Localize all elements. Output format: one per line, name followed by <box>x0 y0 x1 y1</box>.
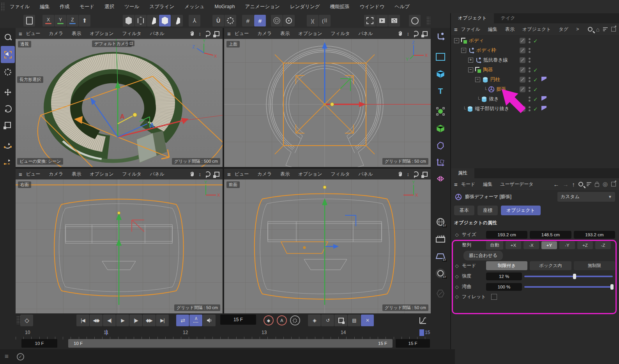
mode-limited-button[interactable]: 制限付き <box>486 261 527 270</box>
range-slider[interactable]: 10 F 15 F <box>68 339 393 348</box>
edit-enable-toggle[interactable] <box>520 38 525 44</box>
am-menu-userdata[interactable]: ユーザーデータ <box>496 181 537 188</box>
viewport-menu-icon[interactable]: ≡ <box>227 171 230 178</box>
collapse-toggle[interactable]: − <box>461 48 466 53</box>
shading-isoparm-button[interactable] <box>171 15 183 26</box>
snap-magnet-button[interactable]: Ǜ <box>212 15 224 26</box>
enable-check-icon[interactable]: ✓ <box>533 96 538 102</box>
visibility-dots[interactable] <box>529 67 531 72</box>
floor-object-button[interactable]: ST <box>432 248 449 264</box>
pan-icon[interactable] <box>398 171 403 177</box>
current-frame-field[interactable]: 15 F <box>220 315 256 325</box>
menu-spline[interactable]: スプライン <box>144 4 179 10</box>
spline-pen-linear-tool[interactable] <box>1 155 15 170</box>
workplane-lock-button[interactable]: # <box>254 15 266 26</box>
key-position-button[interactable]: ◈ <box>308 315 321 326</box>
popout-icon[interactable] <box>611 27 616 32</box>
scale-tool[interactable] <box>1 118 15 132</box>
viewport-canvas-perspective[interactable]: A A Y X Z 透視 デフォルトカメラ ⊡ 長方形選択 ビューの変換: シー… <box>16 39 223 167</box>
menu-mesh[interactable]: メッシュ <box>179 4 209 10</box>
shading-wireframe-button[interactable] <box>159 15 171 26</box>
spline-pen-smooth-tool[interactable] <box>1 139 15 153</box>
rectangle-spline-button[interactable] <box>432 49 449 65</box>
object-label[interactable]: 抜き <box>489 96 499 102</box>
track-target-icon[interactable]: ◎ <box>603 181 608 188</box>
search-icon[interactable] <box>588 27 592 32</box>
object-row-bulge[interactable]: └ 膨張 ✓ <box>451 84 619 94</box>
goto-end-button[interactable]: ▶| <box>156 315 169 326</box>
edit-enable-toggle[interactable] <box>520 47 525 53</box>
shading-hiddenline-button[interactable] <box>147 15 159 26</box>
keyframe-diamond-icon[interactable]: ◇ <box>454 274 460 279</box>
object-label-selected[interactable]: 膨張 <box>497 86 506 93</box>
menu-file[interactable]: ファイル <box>5 4 35 10</box>
spline-pen-button[interactable] <box>432 29 449 44</box>
up-icon[interactable]: ↑ <box>572 181 575 188</box>
menu-animation[interactable]: アニメーション <box>240 4 285 10</box>
am-menu-mode[interactable]: モード <box>457 181 479 188</box>
curvature-field[interactable]: 100 % <box>486 283 522 291</box>
slider-thumb[interactable] <box>610 284 614 290</box>
vp-menu-camera[interactable]: カメラ <box>253 171 276 178</box>
render-settings-button[interactable] <box>388 15 400 26</box>
am-menu-edit[interactable]: 編集 <box>479 181 496 188</box>
visibility-dots[interactable] <box>529 58 531 63</box>
enable-check-icon[interactable]: ✓ <box>533 77 538 83</box>
prev-frame-button[interactable]: ◀| <box>103 315 116 326</box>
size-z-field[interactable]: 193.2 cm <box>574 231 615 239</box>
object-label[interactable]: ボディ <box>469 37 484 44</box>
toolbar-grip[interactable] <box>426 16 430 25</box>
vp-menu-display[interactable]: 表示 <box>67 171 85 178</box>
vp-menu-filter[interactable]: フィルタ <box>118 30 146 37</box>
keyframe-marker-11[interactable] <box>106 330 107 335</box>
keyframe-diamond-icon[interactable]: ◇ <box>454 263 460 269</box>
zoom-icon[interactable]: ↕ <box>407 31 410 37</box>
play-button[interactable]: ▶ <box>116 315 129 326</box>
object-label[interactable]: 陶器 <box>483 67 493 73</box>
object-label[interactable]: ボディ枠 <box>476 47 496 54</box>
vp-menu-panel[interactable]: パネル <box>354 30 377 37</box>
mode-inbox-button[interactable]: ボックス内 <box>530 261 571 270</box>
rotate-view-icon[interactable] <box>413 171 419 177</box>
status-menu-icon[interactable]: ≡ <box>5 353 8 360</box>
pan-icon[interactable] <box>189 171 195 177</box>
mode-unlimited-button[interactable]: 無制限 <box>574 261 615 270</box>
vp-menu-filter[interactable]: フィルタ <box>327 30 354 37</box>
visibility-dots[interactable] <box>529 38 531 43</box>
tab-coordinates[interactable]: 座標 <box>478 206 498 215</box>
viewport-menu-icon[interactable]: ≡ <box>19 171 22 178</box>
key-scale-button[interactable] <box>334 315 347 326</box>
workplane-grid-button[interactable]: # <box>242 15 254 26</box>
menu-render[interactable]: レンダリング <box>285 4 325 10</box>
section-object-attributes[interactable]: オブジェクトの属性 <box>451 217 619 227</box>
curvature-slider[interactable] <box>524 286 613 288</box>
modeling-axis-button[interactable] <box>432 155 449 171</box>
vp-menu-camera[interactable]: カメラ <box>44 30 67 37</box>
edit-enable-toggle[interactable] <box>520 86 525 92</box>
om-menu-edit[interactable]: 編集 <box>484 26 501 33</box>
slider-thumb[interactable] <box>573 274 576 279</box>
object-row-ceramic[interactable]: − 陶器 ✓ <box>451 65 619 75</box>
coordinate-system-button[interactable]: ⬆ <box>79 15 90 26</box>
text-primitive-button[interactable]: T <box>432 83 449 99</box>
vp-menu-camera[interactable]: カメラ <box>44 171 67 178</box>
symmetry-settings-button[interactable]: (⠿ <box>319 15 331 26</box>
vp-menu-display[interactable]: 表示 <box>276 171 294 178</box>
phong-tag[interactable] <box>541 77 546 83</box>
vp-menu-panel[interactable]: パネル <box>354 171 377 178</box>
camera-menu-icon[interactable]: ⊡ <box>128 40 134 46</box>
material-sphere-button[interactable] <box>409 15 421 26</box>
object-row-cutout[interactable]: └ 抜き ✓ <box>451 94 619 104</box>
object-label[interactable]: 円柱 <box>490 76 500 83</box>
zoom-icon[interactable]: ↕ <box>199 31 202 37</box>
mograph-cloner-button[interactable] <box>432 104 449 119</box>
om-menu-object[interactable]: オブジェクト <box>518 26 555 33</box>
om-menu-file[interactable]: ファイル <box>457 26 484 33</box>
axis-lock-z-button[interactable]: Z <box>67 15 78 26</box>
tool-settings-button[interactable] <box>1 65 15 79</box>
keyframe-diamond-icon[interactable]: ◇ <box>454 232 460 237</box>
collapse-toggle[interactable]: − <box>475 77 480 82</box>
rotate-view-icon[interactable] <box>413 31 419 36</box>
popout-icon[interactable] <box>611 182 616 186</box>
render-region-button[interactable] <box>364 15 376 26</box>
